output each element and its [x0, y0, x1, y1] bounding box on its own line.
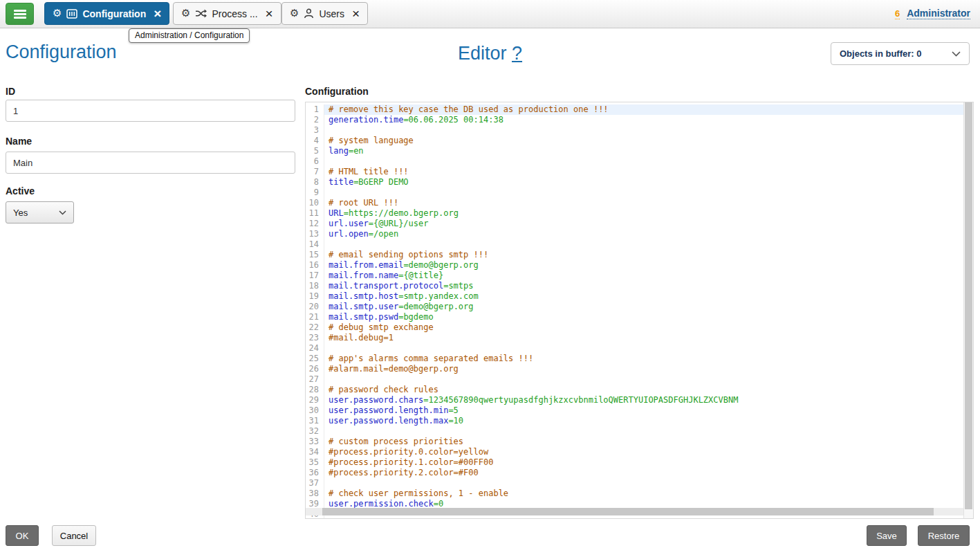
line-number: 37 [306, 478, 324, 488]
editor-line[interactable]: 2generation.time=06.06.2025 00:14:38 [306, 115, 963, 125]
line-number: 13 [306, 229, 324, 239]
id-label: ID [6, 86, 15, 97]
editor-line[interactable]: 7# HTML title !!! [306, 167, 963, 177]
editor-line[interactable]: 12url.user={@URL}/user [306, 219, 963, 229]
name-field[interactable] [6, 152, 295, 174]
id-field[interactable] [6, 100, 295, 122]
editor-line[interactable]: 34#process.priority.0.color=yellow [306, 447, 963, 457]
tab-label: Process ... [212, 8, 257, 19]
editor-line[interactable]: 1# remove this key case the DB used as p… [306, 104, 963, 115]
editor-line[interactable]: 37 [306, 478, 963, 488]
line-number: 27 [306, 374, 324, 385]
line-number: 38 [306, 488, 324, 499]
configuration-editor-label: Configuration [305, 86, 369, 97]
hamburger-icon [14, 8, 26, 20]
tab-configuration[interactable]: ⚙ Configuration × [44, 2, 169, 25]
editor-line[interactable]: 10# root URL !!! [306, 198, 963, 208]
editor-line[interactable]: 14 [306, 239, 963, 250]
user-area: 6 Administrator [895, 8, 970, 19]
editor-line[interactable]: 4# system language [306, 136, 963, 146]
editor-line[interactable]: 24 [306, 343, 963, 354]
line-number: 18 [306, 281, 324, 291]
line-number: 5 [306, 146, 324, 156]
active-select[interactable]: Yes [6, 201, 74, 223]
notification-count-link[interactable]: 6 [895, 8, 900, 19]
line-number: 2 [306, 115, 324, 125]
line-number: 14 [306, 239, 324, 250]
help-link[interactable]: ? [512, 43, 522, 64]
topbar: ⚙ Configuration × ⚙ Process ... × ⚙ User… [0, 0, 980, 28]
line-number: 11 [306, 208, 324, 219]
editor-line[interactable]: 23#mail.debug=1 [306, 333, 963, 343]
line-number: 26 [306, 364, 324, 374]
editor-line[interactable]: 3 [306, 125, 963, 136]
editor-line[interactable]: 25# app's alarms comma separated emails … [306, 354, 963, 364]
configuration-code-editor[interactable]: 1# remove this key case the DB used as p… [305, 102, 974, 519]
tab-label: Users [319, 8, 344, 19]
line-number: 9 [306, 188, 324, 198]
objects-buffer-dropdown[interactable]: Objects in buffer: 0 [831, 42, 970, 65]
line-number: 30 [306, 405, 324, 416]
editor-line[interactable]: 22# debug smtp exchange [306, 322, 963, 333]
chevron-down-icon [952, 51, 961, 57]
line-number: 32 [306, 426, 324, 437]
horizontal-scrollbar[interactable] [306, 508, 963, 515]
line-number: 28 [306, 385, 324, 395]
editor-line[interactable]: 38# check user permissions, 1 - enable [306, 488, 963, 499]
editor-line[interactable]: 19mail.smtp.host=smtp.yandex.com [306, 291, 963, 302]
line-number: 10 [306, 198, 324, 208]
editor-line[interactable]: 9 [306, 188, 963, 198]
line-number: 34 [306, 447, 324, 457]
ok-button[interactable]: OK [6, 525, 39, 546]
tab-users[interactable]: ⚙ Users × [281, 2, 368, 25]
cancel-button[interactable]: Cancel [52, 525, 96, 546]
editor-line[interactable]: 18mail.transport.protocol=smtps [306, 281, 963, 291]
editor-line[interactable]: 31user.password.length.max=10 [306, 416, 963, 426]
line-number: 21 [306, 312, 324, 322]
editor-line[interactable]: 29user.password.chars=1234567890qwertyup… [306, 395, 963, 405]
menu-button[interactable] [6, 3, 34, 25]
active-label: Active [6, 185, 35, 197]
page-title: Configuration [6, 42, 117, 63]
line-number: 16 [306, 260, 324, 271]
editor-line[interactable]: 16mail.from.email=demo@bgerp.org [306, 260, 963, 271]
editor-line[interactable]: 28# password check rules [306, 385, 963, 395]
editor-line[interactable]: 33# custom process priorities [306, 437, 963, 447]
editor-line[interactable]: 35#process.priority.1.color=#00FF00 [306, 457, 963, 468]
editor-line[interactable]: 20mail.smtp.user=demo@bgerp.org [306, 302, 963, 312]
close-icon[interactable]: × [352, 7, 360, 20]
editor-line[interactable]: 13url.open=/open [306, 229, 963, 239]
editor-line[interactable]: 11URL=https://demo.bgerp.org [306, 208, 963, 219]
tab-process[interactable]: ⚙ Process ... × [173, 2, 281, 25]
current-user-link[interactable]: Administrator [907, 8, 970, 19]
name-label: Name [6, 136, 32, 147]
line-number: 6 [306, 156, 324, 167]
close-icon[interactable]: × [154, 7, 161, 20]
editor-line[interactable]: 36#process.priority.2.color=#F00 [306, 468, 963, 478]
line-number: 19 [306, 291, 324, 302]
editor-line[interactable]: 6 [306, 156, 963, 167]
editor-line[interactable]: 21mail.smtp.pswd=bgdemo [306, 312, 963, 322]
restore-button[interactable]: Restore [918, 525, 970, 546]
line-number: 7 [306, 167, 324, 177]
line-number: 24 [306, 343, 324, 354]
editor-line[interactable]: 17mail.from.name={@title} [306, 271, 963, 281]
gear-icon: ⚙ [53, 8, 62, 19]
save-button[interactable]: Save [867, 525, 907, 546]
code-area[interactable]: 1# remove this key case the DB used as p… [306, 102, 963, 518]
line-number: 23 [306, 333, 324, 343]
line-number: 36 [306, 468, 324, 478]
editor-line[interactable]: 30user.password.length.min=5 [306, 405, 963, 416]
editor-line[interactable]: 32 [306, 426, 963, 437]
line-number: 35 [306, 457, 324, 468]
vertical-scrollbar[interactable] [963, 102, 973, 518]
editor-line[interactable]: 15# email sending options smtp !!! [306, 250, 963, 260]
line-number: 15 [306, 250, 324, 260]
editor-line[interactable]: 5lang=en [306, 146, 963, 156]
editor-line[interactable]: 27 [306, 374, 963, 385]
close-icon[interactable]: × [266, 7, 273, 20]
line-number: 1 [306, 104, 324, 115]
editor-line[interactable]: 8title=BGERP DEMO [306, 177, 963, 188]
editor-line[interactable]: 26#alarm.mail=demo@bgerp.org [306, 364, 963, 374]
tab-label: Configuration [82, 8, 146, 19]
